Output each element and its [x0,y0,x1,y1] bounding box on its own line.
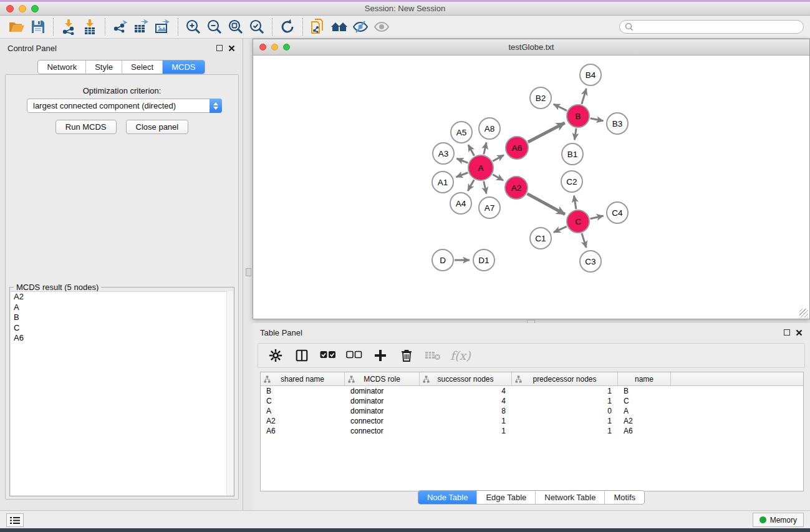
float-table-panel-icon[interactable] [784,329,790,336]
table-tab-node-table[interactable]: Node Table [418,491,477,504]
table-row[interactable]: Adominator80A [261,406,803,416]
import-table-icon [82,19,98,35]
graph-edge[interactable] [574,128,576,140]
column-header[interactable]: shared name [261,372,345,385]
add-row-button[interactable] [372,346,389,365]
export-table-button[interactable] [131,17,152,36]
table-tab-motifs[interactable]: Motifs [604,491,644,504]
graph-edge[interactable] [456,158,468,163]
export-table-icon [133,19,150,35]
search-field[interactable] [619,20,804,34]
graph-edge[interactable] [591,216,604,219]
graph-edge[interactable] [468,145,475,155]
network-close-button[interactable] [259,44,266,51]
result-item[interactable]: A2 [11,292,233,302]
graph-node-label: B [575,112,581,121]
zoom-selected-button[interactable] [246,17,268,36]
function-builder-button[interactable]: f(x) [450,349,471,362]
tab-select[interactable]: Select [122,60,162,74]
network-minimize-button[interactable] [271,44,278,51]
table-row[interactable]: A6connector11A6 [261,426,803,436]
graph-edge[interactable] [468,180,474,191]
network-canvas[interactable]: B4B2BB3A8A5A6A3B1AA1C2A2A4A7C4CC1C3DD1 [253,56,809,319]
zoom-out-button[interactable] [204,17,225,36]
open-session-button[interactable] [6,17,27,36]
table-row[interactable]: A2connector11A2 [261,416,803,426]
result-item[interactable]: C [11,323,233,334]
plus-icon [374,349,387,362]
vertical-splitter-handle[interactable] [246,268,251,276]
float-panel-icon[interactable] [216,45,223,51]
show-hidden-button[interactable] [371,17,392,36]
show-columns-button[interactable] [293,346,311,365]
minimize-window-button[interactable] [19,5,26,12]
graph-edge[interactable] [582,233,586,248]
mcds-result-box: MCDS result (5 nodes) A2ABCA6 [9,287,234,496]
table-cell: 1 [512,387,618,395]
zoom-window-button[interactable] [31,5,39,12]
graph-node-label: B1 [567,150,578,159]
graph-edge[interactable] [582,89,587,104]
column-header[interactable]: successor nodes [420,372,512,385]
delete-table-button[interactable] [424,346,441,365]
column-header[interactable]: predecessor nodes [512,372,618,385]
criterion-dropdown[interactable]: largest connected component (directed) [27,99,222,113]
graph-edge[interactable] [554,104,567,110]
result-item[interactable]: A6 [11,333,233,344]
result-item[interactable]: A [11,302,233,313]
graph-edge[interactable] [493,155,504,162]
tab-style[interactable]: Style [85,60,122,74]
task-history-button[interactable] [6,513,24,527]
column-header[interactable]: MCDS role [345,372,420,385]
select-all-button[interactable] [319,346,337,365]
result-item[interactable]: B [11,312,233,323]
close-panel-button[interactable]: Close panel [126,120,189,134]
table-tab-network-table[interactable]: Network Table [535,491,604,504]
close-table-panel-icon[interactable] [796,329,803,336]
zoom-fit-button[interactable] [225,17,246,36]
graph-edge[interactable] [574,196,576,210]
table-row[interactable]: Bdominator41B [261,386,803,396]
graph-edge[interactable] [484,181,486,193]
deselect-all-button[interactable] [345,346,363,365]
graph-edge[interactable] [456,173,468,177]
table-toolbar: f(x) [258,343,805,368]
table-cell: A2 [261,417,345,425]
result-scrollbar[interactable] [226,291,233,495]
network-graph[interactable]: B4B2BB3A8A5A6A3B1AA1C2A2A4A7C4CC1C3DD1 [253,56,808,317]
save-session-button[interactable] [27,17,49,36]
network-window-titlebar[interactable]: testGlobe.txt [253,39,809,56]
close-window-button[interactable] [6,5,14,12]
graph-edge[interactable] [493,175,503,180]
graph-edge[interactable] [528,194,565,215]
search-input[interactable] [634,22,798,31]
graph-edge[interactable] [591,118,604,121]
hide-selected-button[interactable] [350,17,371,36]
table-tab-edge-table[interactable]: Edge Table [476,491,535,504]
export-network-icon [112,19,129,35]
table-settings-button[interactable] [267,346,284,365]
close-panel-icon[interactable] [228,45,235,52]
delete-row-button[interactable] [398,346,415,365]
column-header-label: MCDS role [364,375,400,384]
export-network-button[interactable] [110,17,131,36]
network-zoom-button[interactable] [283,44,290,51]
show-all-button[interactable] [329,17,350,36]
column-header[interactable]: name [618,372,671,385]
table-row[interactable]: Cdominator41C [261,396,803,406]
apply-layout-button[interactable] [277,17,298,36]
window-resize-grip[interactable] [799,309,808,317]
export-image-button[interactable] [152,17,173,36]
memory-button[interactable]: Memory [753,513,804,527]
graph-edge[interactable] [484,142,486,154]
table-cell: connector [345,417,420,425]
zoom-in-button[interactable] [183,17,204,36]
graph-edge[interactable] [528,123,565,142]
tab-mcds[interactable]: MCDS [162,60,204,74]
graph-edge[interactable] [554,226,567,232]
tab-network[interactable]: Network [38,60,85,74]
run-mcds-button[interactable]: Run MCDS [55,120,117,134]
import-table-button[interactable] [79,17,100,36]
import-network-button[interactable] [58,17,79,36]
new-network-from-selection-button[interactable] [307,17,329,36]
